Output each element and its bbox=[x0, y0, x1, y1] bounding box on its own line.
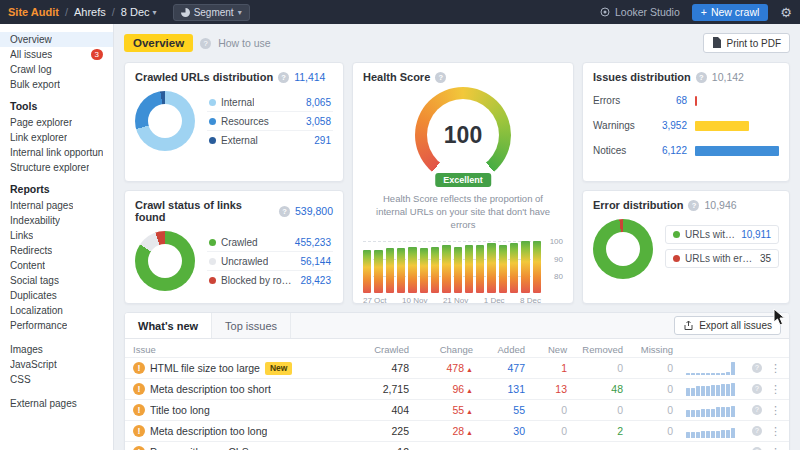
issue-row[interactable]: !Title too long40455▲55000?⋮ bbox=[125, 399, 789, 420]
sidebar-item-external-pages[interactable]: External pages bbox=[0, 396, 113, 411]
legend-item-internal: Internal8,065 bbox=[207, 93, 333, 112]
sidebar-item-javascript[interactable]: JavaScript bbox=[0, 357, 113, 372]
issues-dist-row-notices: Notices6,122 bbox=[593, 145, 779, 156]
sidebar-item-social-tags[interactable]: Social tags bbox=[0, 273, 113, 288]
help-question-icon[interactable]: ? bbox=[200, 38, 211, 49]
crawled-urls-total[interactable]: 11,414 bbox=[294, 71, 325, 83]
error-distribution-total: 10,946 bbox=[704, 199, 736, 211]
overview-page-chip[interactable]: Overview bbox=[124, 34, 193, 52]
trend-bar bbox=[431, 247, 439, 294]
sidebar-item-label: Duplicates bbox=[10, 290, 57, 302]
trend-bars bbox=[363, 241, 541, 293]
kebab-menu-icon[interactable]: ⋮ bbox=[770, 404, 781, 417]
issue-name-link[interactable]: HTML file size too large bbox=[150, 362, 260, 374]
help-question-icon[interactable]: ? bbox=[279, 206, 290, 217]
sidebar-item-content[interactable]: Content bbox=[0, 258, 113, 273]
app-window: Site Audit / Ahrefs / 8 Dec ▾ Segment ▾ … bbox=[0, 0, 800, 450]
legend-value[interactable]: 10,911 bbox=[741, 229, 771, 240]
issue-name-link[interactable]: Meta description too short bbox=[150, 383, 271, 395]
legend-value[interactable]: 291 bbox=[314, 135, 331, 146]
crawled-urls-legend: Internal8,065Resources3,058External291 bbox=[207, 93, 333, 149]
card-title-row: Crawled URLs distribution ? 11,414 bbox=[135, 71, 333, 83]
issue-name-link[interactable]: Pages with poor CLS bbox=[150, 446, 249, 450]
sidebar-item-indexability[interactable]: Indexability bbox=[0, 213, 113, 228]
help-question-icon[interactable]: ? bbox=[752, 384, 762, 394]
breadcrumb-date-dropdown[interactable]: 8 Dec ▾ bbox=[121, 6, 157, 18]
issues-dist-value[interactable]: 3,952 bbox=[651, 120, 687, 131]
issues-dist-value[interactable]: 68 bbox=[651, 95, 687, 106]
kebab-menu-icon[interactable]: ⋮ bbox=[770, 446, 781, 450]
added-value[interactable]: 30 bbox=[477, 425, 529, 437]
help-question-icon[interactable]: ? bbox=[278, 72, 289, 83]
trend-bar bbox=[420, 248, 428, 293]
sidebar-item-redirects[interactable]: Redirects bbox=[0, 243, 113, 258]
help-question-icon[interactable]: ? bbox=[435, 72, 446, 83]
issue-row[interactable]: !HTML file size too largeNew478478▲47710… bbox=[125, 357, 789, 378]
legend-dot bbox=[209, 239, 216, 246]
body-row: OverviewAll issues3Crawl logBulk exportT… bbox=[0, 24, 800, 450]
added-value[interactable]: 131 bbox=[477, 383, 529, 395]
sidebar-item-localization[interactable]: Localization bbox=[0, 303, 113, 318]
help-question-icon[interactable]: ? bbox=[752, 363, 762, 373]
sidebar-item-links[interactable]: Links bbox=[0, 228, 113, 243]
issue-row[interactable]: !Meta description too long22528▲30020?⋮ bbox=[125, 420, 789, 441]
sidebar-item-internal-link-opportunities[interactable]: Internal link opportunities bbox=[0, 145, 113, 160]
sidebar-item-link-explorer[interactable]: Link explorer bbox=[0, 130, 113, 145]
change-value: 96▲ bbox=[413, 383, 477, 395]
sidebar-item-duplicates[interactable]: Duplicates bbox=[0, 288, 113, 303]
change-value: 478▲ bbox=[413, 362, 477, 374]
topbar: Site Audit / Ahrefs / 8 Dec ▾ Segment ▾ … bbox=[0, 0, 800, 24]
app-title[interactable]: Site Audit bbox=[8, 6, 59, 18]
kebab-menu-icon[interactable]: ⋮ bbox=[770, 362, 781, 375]
legend-value[interactable]: 56,144 bbox=[300, 256, 331, 267]
print-to-pdf-button[interactable]: Print to PDF bbox=[703, 33, 790, 53]
added-value[interactable]: 477 bbox=[477, 362, 529, 374]
issues-dist-value[interactable]: 6,122 bbox=[651, 145, 687, 156]
sidebar-item-images[interactable]: Images bbox=[0, 342, 113, 357]
issue-name-link[interactable]: Title too long bbox=[150, 404, 210, 416]
legend-value[interactable]: 455,233 bbox=[295, 237, 331, 248]
sidebar-item-crawl-log[interactable]: Crawl log bbox=[0, 62, 113, 77]
help-question-icon[interactable]: ? bbox=[688, 200, 699, 211]
tab-top-issues[interactable]: Top issues bbox=[212, 313, 291, 338]
trend-bar bbox=[533, 241, 541, 293]
new-crawl-button[interactable]: + New crawl bbox=[692, 4, 769, 21]
issues-dist-bar-track bbox=[695, 96, 779, 106]
issues-dist-bar-track bbox=[695, 146, 779, 156]
sidebar-item-overview[interactable]: Overview bbox=[0, 32, 113, 47]
col-added: Added bbox=[477, 344, 529, 355]
help-question-icon[interactable]: ? bbox=[752, 426, 762, 436]
legend-value[interactable]: 28,423 bbox=[300, 275, 331, 286]
sidebar-item-structure-explorer[interactable]: Structure explorer bbox=[0, 160, 113, 175]
looker-studio-link[interactable]: Looker Studio bbox=[600, 6, 680, 18]
issue-name-link[interactable]: Meta description too long bbox=[150, 425, 267, 437]
issue-row[interactable]: !Pages with poor CLS12?⋮ bbox=[125, 441, 789, 450]
sidebar-item-page-explorer[interactable]: Page explorer bbox=[0, 115, 113, 130]
main-content: Overview ? How to use Print to PDF Crawl… bbox=[114, 24, 800, 450]
help-question-icon[interactable]: ? bbox=[696, 72, 707, 83]
sidebar-item-all-issues[interactable]: All issues3 bbox=[0, 47, 113, 62]
how-to-use-link[interactable]: How to use bbox=[218, 37, 271, 49]
kebab-menu-icon[interactable]: ⋮ bbox=[770, 425, 781, 438]
crawl-status-total[interactable]: 539,800 bbox=[295, 205, 333, 217]
added-value[interactable]: 55 bbox=[477, 404, 529, 416]
sidebar-item-css[interactable]: CSS bbox=[0, 372, 113, 387]
up-triangle-icon: ▲ bbox=[466, 408, 473, 415]
legend-value[interactable]: 3,058 bbox=[306, 116, 331, 127]
export-all-issues-button[interactable]: Export all issues bbox=[674, 316, 781, 335]
legend-label: Blocked by robots.txt bbox=[221, 275, 295, 286]
sidebar-item-bulk-export[interactable]: Bulk export bbox=[0, 77, 113, 92]
settings-gear-icon[interactable]: ⚙ bbox=[780, 6, 792, 19]
sidebar-item-internal-pages[interactable]: Internal pages bbox=[0, 198, 113, 213]
segment-button[interactable]: Segment ▾ bbox=[173, 4, 250, 21]
missing-value: 0 bbox=[627, 362, 677, 374]
tab-whats-new[interactable]: What's new bbox=[125, 313, 212, 338]
sidebar-item-performance[interactable]: Performance bbox=[0, 318, 113, 333]
kebab-menu-icon[interactable]: ⋮ bbox=[770, 383, 781, 396]
help-question-icon[interactable]: ? bbox=[752, 405, 762, 415]
plus-icon: + bbox=[701, 6, 707, 18]
legend-value[interactable]: 35 bbox=[760, 253, 771, 264]
issue-row[interactable]: !Meta description too short2,71596▲13113… bbox=[125, 378, 789, 399]
legend-value[interactable]: 8,065 bbox=[306, 97, 331, 108]
breadcrumb-project[interactable]: Ahrefs bbox=[74, 6, 106, 18]
